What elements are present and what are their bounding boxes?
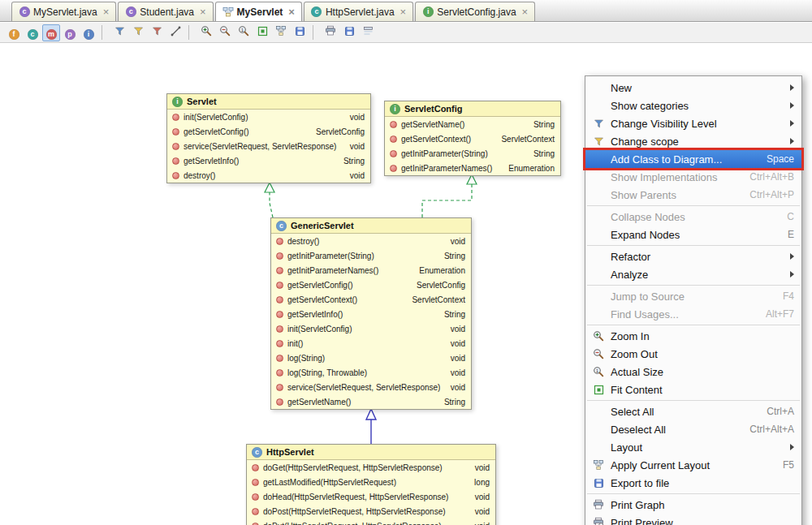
edge-creation-button[interactable] <box>166 24 184 41</box>
menu-item-label: Layout <box>611 441 783 454</box>
structure-button[interactable] <box>359 24 377 41</box>
apply-layout-button[interactable] <box>272 24 290 41</box>
method-row[interactable]: getInitParameter(String)String <box>385 146 560 161</box>
save-diagram-button[interactable] <box>291 24 309 41</box>
menu-item-analyze[interactable]: Analyze <box>585 265 801 283</box>
show-methods-button[interactable]: m <box>42 24 60 41</box>
method-row[interactable]: doGet(HttpServletRequest, HttpServletRes… <box>247 460 495 475</box>
fit-content-button[interactable] <box>253 24 271 41</box>
menu-item-add-class-to-diagram[interactable]: Add Class to Diagram...Space <box>585 150 801 168</box>
tab-close-icon[interactable]: × <box>400 6 407 17</box>
apply-layout-icon <box>590 458 607 471</box>
menu-item-actual-size[interactable]: 1Actual Size <box>585 363 801 381</box>
method-row[interactable]: getServletContext()ServletContext <box>271 292 471 307</box>
method-row[interactable]: destroy()void <box>271 234 471 248</box>
menu-item-icon-slot <box>590 188 607 201</box>
tab-httpservlet-java[interactable]: cHttpServlet.java× <box>304 2 413 21</box>
class-node-httpservlet[interactable]: cHttpServletdoGet(HttpServletRequest, Ht… <box>246 444 496 525</box>
menu-item-apply-current-layout[interactable]: Apply Current LayoutF5 <box>585 456 801 474</box>
method-row[interactable]: getInitParameter(String)String <box>271 248 471 263</box>
tab-myservlet[interactable]: MyServlet× <box>215 2 302 21</box>
scope-filter-button[interactable] <box>129 24 147 41</box>
menu-item-shortcut: Ctrl+Alt+B <box>749 171 794 183</box>
method-row[interactable]: getServletContext()ServletContext <box>385 131 560 146</box>
show-fields-button[interactable]: f <box>5 24 23 41</box>
menu-item-label: Print Preview <box>611 517 794 525</box>
menu-item-export-to-file[interactable]: Export to file <box>585 474 801 492</box>
export-button[interactable] <box>340 24 358 41</box>
zoom-out-button[interactable] <box>216 24 234 41</box>
menu-item-new[interactable]: New <box>585 79 801 97</box>
method-row[interactable]: getInitParameterNames()Enumeration <box>385 161 560 175</box>
class-node-servlet[interactable]: iServletinit(ServletConfig)voidgetServle… <box>166 93 371 183</box>
menu-item-jump-to-source: Jump to SourceF4 <box>585 287 801 305</box>
menu-item-deselect-all[interactable]: Deselect AllCtrl+Alt+A <box>585 420 801 438</box>
method-row[interactable]: init(ServletConfig)void <box>271 321 471 336</box>
method-row[interactable]: log(String)void <box>271 351 471 365</box>
menu-item-label: Select All <box>611 406 755 418</box>
dependencies-icon <box>152 25 162 40</box>
menu-item-shortcut: F5 <box>783 459 794 471</box>
show-constructors-button[interactable]: c <box>24 24 41 41</box>
method-return-type: void <box>475 493 490 501</box>
menu-item-print-preview[interactable]: Print Preview <box>585 514 801 525</box>
method-row[interactable]: getLastModified(HttpServletRequest)long <box>247 475 495 489</box>
method-row[interactable]: doPut(HttpServletRequest, HttpServletRes… <box>247 519 495 525</box>
class-node-servletconfig[interactable]: iServletConfiggetServletName()StringgetS… <box>384 101 561 176</box>
method-icon <box>252 493 259 501</box>
menu-item-refactor[interactable]: Refactor <box>585 247 801 265</box>
method-row[interactable]: service(ServletRequest, ServletResponse)… <box>167 139 370 153</box>
dependencies-button[interactable] <box>148 24 166 41</box>
method-row[interactable]: getServletName()String <box>385 117 560 131</box>
print-graph-button[interactable] <box>322 24 339 41</box>
method-row[interactable]: getServletInfo()String <box>167 153 370 168</box>
method-row[interactable]: getServletConfig()ServletConfig <box>167 124 370 139</box>
menu-item-layout[interactable]: Layout <box>585 438 801 456</box>
menu-item-label: Apply Current Layout <box>611 459 771 471</box>
method-row[interactable]: destroy()void <box>167 168 370 183</box>
menu-item-fit-content[interactable]: Fit Content <box>585 381 801 398</box>
tab-close-icon[interactable]: × <box>522 6 529 17</box>
method-row[interactable]: init()void <box>271 336 471 351</box>
method-row[interactable]: getServletInfo()String <box>271 307 471 321</box>
method-icon <box>390 165 397 172</box>
method-icon <box>172 114 179 121</box>
zoom-out-icon <box>219 25 231 40</box>
method-icon <box>252 523 259 525</box>
menu-item-print-graph[interactable]: Print Graph <box>585 496 801 514</box>
method-row[interactable]: getServletName()String <box>271 394 471 409</box>
tab-servletconfig-java[interactable]: iServletConfig.java× <box>415 2 535 21</box>
method-icon <box>172 172 179 179</box>
method-row[interactable]: doPost(HttpServletRequest, HttpServletRe… <box>247 504 495 519</box>
menu-item-show-categories[interactable]: Show categories <box>585 97 801 114</box>
tab-myservlet-java[interactable]: cMyServlet.java× <box>11 2 116 21</box>
method-row[interactable]: service(ServletRequest, ServletResponse)… <box>271 380 471 394</box>
method-row[interactable]: log(String, Throwable)void <box>271 365 471 380</box>
method-row[interactable]: getServletConfig()ServletConfig <box>271 278 471 292</box>
method-row[interactable]: doHead(HttpServletRequest, HttpServletRe… <box>247 489 495 504</box>
visibility-level-button[interactable] <box>110 24 128 41</box>
tab-close-icon[interactable]: × <box>288 6 295 17</box>
tab-student-java[interactable]: cStudent.java× <box>118 2 213 21</box>
method-return-type: String <box>343 157 365 166</box>
method-signature: service(ServletRequest, ServletResponse) <box>287 383 440 392</box>
tab-close-icon[interactable]: × <box>103 6 110 17</box>
class-name: Servlet <box>187 97 217 106</box>
show-inner-classes-button[interactable]: i <box>80 24 97 41</box>
menu-item-zoom-out[interactable]: Zoom Out <box>585 345 801 363</box>
method-signature: doGet(HttpServletRequest, HttpServletRes… <box>263 463 464 472</box>
menu-item-select-all[interactable]: Select AllCtrl+A <box>585 402 801 420</box>
tab-close-icon[interactable]: × <box>200 6 206 17</box>
menu-item-change-visibility-level[interactable]: Change Visibility Level <box>585 114 801 132</box>
menu-item-expand-nodes[interactable]: Expand NodesE <box>585 226 801 243</box>
class-node-genericservlet[interactable]: cGenericServletdestroy()voidgetInitParam… <box>270 217 472 410</box>
method-row[interactable]: getInitParameterNames()Enumeration <box>271 263 471 278</box>
show-properties-button[interactable]: p <box>61 24 79 41</box>
actual-size-button[interactable]: 1 <box>235 24 253 41</box>
class-icon: c <box>276 220 287 231</box>
menu-item-change-scope[interactable]: Change scope <box>585 132 801 150</box>
menu-item-zoom-in[interactable]: Zoom In <box>585 327 801 345</box>
method-row[interactable]: init(ServletConfig)void <box>167 110 370 124</box>
method-icon <box>276 384 283 391</box>
zoom-in-button[interactable] <box>197 24 215 41</box>
